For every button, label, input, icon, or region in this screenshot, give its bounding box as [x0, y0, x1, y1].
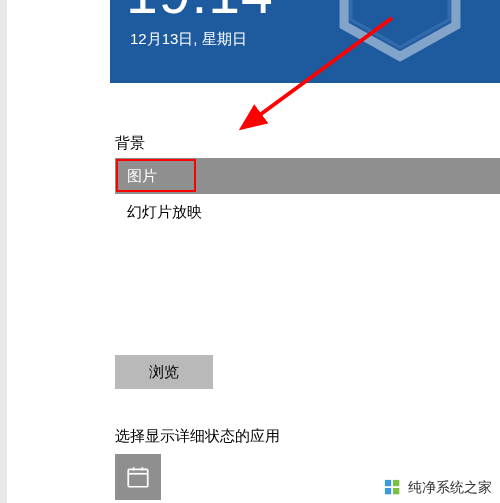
background-option-slideshow[interactable]: 幻灯片放映 — [115, 194, 500, 230]
calendar-icon — [125, 464, 151, 490]
lock-screen-date: 12月13日, 星期日 — [130, 30, 247, 49]
background-options-list: 图片 幻灯片放映 — [115, 158, 500, 230]
windows10-hexagon-decoration — [335, 0, 465, 75]
background-section-label: 背景 — [115, 134, 145, 153]
background-option-picture[interactable]: 图片 — [115, 158, 500, 194]
watermark: 纯净系统之家 — [384, 479, 492, 497]
lock-screen-preview: 19:14 12月13日, 星期日 — [110, 0, 500, 83]
settings-panel: 19:14 12月13日, 星期日 背景 图片 幻灯片放映 浏览 选择显示详细状… — [7, 0, 500, 503]
svg-rect-9 — [385, 488, 391, 494]
option-label: 幻灯片放映 — [127, 203, 202, 222]
svg-rect-10 — [393, 488, 399, 494]
app-select-section-label: 选择显示详细状态的应用 — [115, 427, 280, 446]
left-sidebar-strip — [0, 0, 7, 503]
lock-screen-time: 19:14 — [126, 0, 274, 22]
svg-rect-7 — [385, 480, 391, 486]
watermark-title: 纯净系统之家 — [408, 479, 492, 497]
svg-rect-8 — [393, 480, 399, 486]
watermark-logo-icon — [384, 479, 402, 497]
browse-button-label: 浏览 — [149, 363, 179, 382]
watermark-text-block: 纯净系统之家 — [408, 479, 492, 497]
option-label: 图片 — [127, 167, 157, 186]
browse-button[interactable]: 浏览 — [115, 355, 213, 389]
detailed-status-app-tile[interactable] — [115, 454, 161, 500]
svg-rect-2 — [128, 469, 148, 486]
